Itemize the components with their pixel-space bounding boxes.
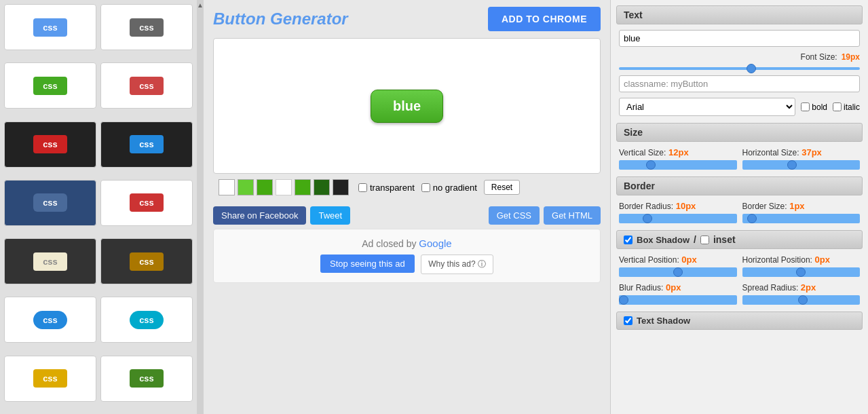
box-shadow-pos-controls: Vertical Position: 0px Horizontal Positi… <box>616 255 863 277</box>
sidebar-button-10[interactable]: css <box>100 238 193 284</box>
size-section-header: Size <box>616 123 863 142</box>
box-shadow-section-header: Box Shadow / inset <box>616 230 863 249</box>
bs-horizontal-value: 0px <box>815 255 830 265</box>
border-size-label: Border Size: <box>742 202 787 211</box>
font-size-slider[interactable] <box>619 67 860 70</box>
horizontal-size-block: Horizontal Size: 37px <box>742 147 861 170</box>
sample-btn-2[interactable]: css <box>130 18 164 37</box>
ad-closed-text: Ad closed by Google <box>222 238 592 249</box>
classname-input[interactable] <box>619 75 860 92</box>
sidebar-scrollbar[interactable]: ▲ <box>197 0 204 414</box>
sample-btn-11[interactable]: css <box>33 311 67 329</box>
sample-btn-6[interactable]: css <box>130 135 164 153</box>
sample-btn-5[interactable]: css <box>33 135 67 153</box>
spread-radius-label-row: Spread Radius: 2px <box>742 282 861 293</box>
sidebar-button-8[interactable]: css <box>100 180 193 226</box>
vertical-size-slider[interactable] <box>619 160 737 170</box>
border-size-value: 1px <box>789 201 804 211</box>
box-shadow-blur-controls: Blur Radius: 0px Spread Radius: 2px <box>616 282 863 305</box>
font-size-value: 19px <box>842 52 860 62</box>
swatch-green3[interactable] <box>295 179 311 195</box>
sidebar-button-2[interactable]: css <box>100 4 193 50</box>
box-shadow-checkbox[interactable] <box>624 236 633 244</box>
transparent-checkbox[interactable] <box>358 183 367 192</box>
sidebar-button-14[interactable]: css <box>100 356 193 402</box>
text-shadow-label: Text Shadow <box>637 316 690 326</box>
inset-checkbox[interactable] <box>700 236 709 244</box>
border-radius-slider[interactable] <box>619 214 737 223</box>
share-facebook-button[interactable]: Share on Facebook <box>213 206 306 225</box>
vertical-size-label: Vertical Size: <box>619 148 666 157</box>
sidebar-button-7[interactable]: css <box>4 180 96 226</box>
why-ad-button[interactable]: Why this ad? ⓘ <box>421 255 493 274</box>
button-text-input[interactable] <box>619 30 860 47</box>
bold-checkbox[interactable] <box>801 102 810 111</box>
text-shadow-section-header: Text Shadow <box>616 312 863 330</box>
sidebar-button-13[interactable]: css <box>4 356 96 402</box>
blur-radius-label: Blur Radius: <box>619 283 663 293</box>
bs-vertical-value: 0px <box>681 255 696 265</box>
swatch-green2[interactable] <box>257 179 273 195</box>
text-shadow-checkbox[interactable] <box>624 316 633 325</box>
no-gradient-option[interactable]: no gradient <box>421 183 477 193</box>
sidebar-button-4[interactable]: css <box>100 62 193 109</box>
horizontal-size-label: Horizontal Size: <box>742 148 799 157</box>
sample-btn-9[interactable]: css <box>33 252 67 271</box>
box-shadow-header-row: Box Shadow / inset <box>616 230 863 249</box>
sample-btn-10[interactable]: css <box>130 252 164 271</box>
bs-horizontal-label: Horizontal Position: <box>742 255 812 265</box>
sidebar-button-12[interactable]: css <box>100 297 193 343</box>
get-css-button[interactable]: Get CSS <box>489 206 540 225</box>
border-section-header: Border <box>616 176 863 195</box>
sample-btn-7[interactable]: css <box>33 193 67 212</box>
sample-btn-14[interactable]: css <box>130 369 164 388</box>
horizontal-size-slider[interactable] <box>742 160 861 170</box>
spread-radius-value: 2px <box>801 282 816 293</box>
sample-btn-3[interactable]: css <box>33 77 67 95</box>
swatch-green1[interactable] <box>238 179 254 195</box>
sidebar: css css css css css css css css css css … <box>0 0 197 414</box>
scroll-up-arrow[interactable]: ▲ <box>197 1 204 9</box>
italic-checkbox-label[interactable]: italic <box>833 102 860 112</box>
transparent-option[interactable]: transparent <box>358 183 415 193</box>
bs-horizontal-slider[interactable] <box>742 267 861 277</box>
sidebar-button-3[interactable]: css <box>4 62 96 109</box>
sidebar-button-6[interactable]: css <box>100 121 193 168</box>
preview-button[interactable]: blue <box>371 90 443 123</box>
swatch-white[interactable] <box>219 179 235 195</box>
get-html-button[interactable]: Get HTML <box>544 206 601 225</box>
transparent-label: transparent <box>370 183 415 193</box>
tweet-button[interactable]: Tweet <box>310 206 350 225</box>
size-controls: Vertical Size: 12px Horizontal Size: 37p… <box>616 147 863 170</box>
horizontal-size-value: 37px <box>801 147 822 157</box>
font-row: Arial bold italic <box>616 98 863 116</box>
sidebar-button-9[interactable]: css <box>4 238 96 284</box>
blur-radius-slider[interactable] <box>619 295 737 305</box>
italic-checkbox[interactable] <box>833 102 842 111</box>
sidebar-button-11[interactable]: css <box>4 297 96 343</box>
swatch-white2[interactable] <box>276 179 292 195</box>
no-gradient-checkbox[interactable] <box>421 183 430 192</box>
sample-btn-1[interactable]: css <box>33 18 67 37</box>
sample-btn-13[interactable]: css <box>33 369 67 388</box>
options-row: transparent no gradient Reset <box>358 180 520 195</box>
sample-btn-12[interactable]: css <box>130 311 164 329</box>
stop-seeing-button[interactable]: Stop seeing this ad <box>320 255 415 273</box>
border-radius-value: 10px <box>676 201 696 211</box>
font-select[interactable]: Arial <box>619 98 795 116</box>
swatch-black[interactable] <box>333 179 349 195</box>
sidebar-button-1[interactable]: css <box>4 4 96 50</box>
spread-radius-slider[interactable] <box>742 295 861 305</box>
sidebar-button-5[interactable]: css <box>4 121 96 168</box>
bs-vertical-slider[interactable] <box>619 267 737 277</box>
bold-checkbox-label[interactable]: bold <box>801 102 827 112</box>
add-to-chrome-button[interactable]: ADD TO CHROME <box>488 7 601 31</box>
ad-area: Ad closed by Google Stop seeing this ad … <box>213 229 601 283</box>
sample-btn-4[interactable]: css <box>130 77 164 95</box>
reset-button[interactable]: Reset <box>484 180 520 195</box>
swatch-darkgreen[interactable] <box>314 179 330 195</box>
spread-radius-label: Spread Radius: <box>742 283 799 293</box>
inset-label: inset <box>713 234 736 245</box>
sample-btn-8[interactable]: css <box>130 193 164 212</box>
border-size-slider[interactable] <box>742 214 861 223</box>
